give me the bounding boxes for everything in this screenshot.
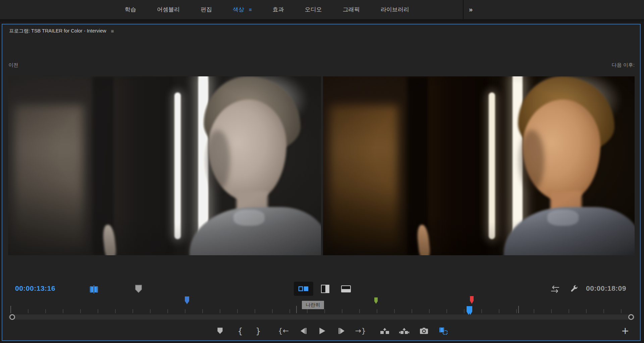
extract-button[interactable]	[396, 325, 412, 337]
tab-learning[interactable]: 학습	[125, 6, 136, 13]
workspace-tab-bar: 학습 어셈블리 편집 색상 ≡ 효과 오디오 그래픽 라이브러리 »	[0, 0, 644, 21]
horizontal-split-icon[interactable]	[338, 283, 354, 295]
tab-effects[interactable]: 효과	[273, 6, 284, 13]
after-label: 다음 이후:	[612, 62, 635, 68]
tab-editing[interactable]: 편집	[201, 6, 212, 13]
mark-out-button[interactable]: }	[251, 325, 266, 337]
add-marker-icon[interactable]	[131, 282, 146, 296]
tab-assembly[interactable]: 어셈블리	[157, 6, 180, 13]
go-to-in-button[interactable]: {←	[276, 325, 291, 337]
export-frame-button[interactable]	[416, 325, 432, 337]
panel-header: 프로그램: TSB TRAILER for Color - Interview …	[9, 26, 114, 35]
button-editor-add-button[interactable]: +	[618, 325, 633, 337]
timeline-marker-red[interactable]	[470, 296, 474, 304]
add-marker-button[interactable]	[212, 325, 228, 337]
timeline-marker-green[interactable]	[374, 297, 378, 304]
duration-timecode: 00:00:18:09	[586, 284, 626, 292]
step-forward-button[interactable]	[334, 325, 350, 337]
play-button[interactable]	[314, 325, 330, 337]
workspace-menu-icon[interactable]: ≡	[249, 7, 252, 12]
mark-in-button[interactable]: {	[232, 325, 248, 337]
tabbar-divider	[463, 0, 464, 19]
workspace-tabs: 학습 어셈블리 편집 색상 ≡ 효과 오디오 그래픽 라이브러리	[125, 0, 409, 19]
current-timecode[interactable]: 00:00:13:16	[15, 284, 55, 292]
panel-menu-icon[interactable]: ≡	[111, 28, 114, 34]
panel-title: 프로그램: TSB TRAILER for Color - Interview	[9, 28, 106, 34]
comparison-view-icon[interactable]	[86, 283, 102, 296]
timeline-ruler[interactable]	[8, 306, 634, 314]
tab-audio[interactable]: 오디오	[305, 6, 322, 13]
timeline-marker-blue[interactable]	[185, 296, 189, 304]
scrubber-bar[interactable]	[8, 315, 635, 320]
vertical-split-icon[interactable]	[317, 283, 333, 295]
tab-graphics[interactable]: 그래픽	[343, 6, 360, 13]
scrubber-handle-left[interactable]	[9, 314, 15, 320]
lift-button[interactable]	[377, 325, 392, 337]
tab-overflow-chevron-icon[interactable]: »	[469, 0, 473, 19]
before-label: 이전	[8, 62, 18, 68]
scrubber-handle-right[interactable]	[628, 314, 634, 320]
swap-sides-icon[interactable]	[548, 283, 562, 295]
tab-color[interactable]: 색상 ≡	[233, 6, 252, 13]
go-to-out-button[interactable]: →}	[353, 325, 368, 337]
video-frame-before	[8, 76, 321, 255]
side-by-side-icon[interactable]	[294, 282, 313, 296]
comparison-toggle-button[interactable]	[436, 325, 451, 337]
step-back-button[interactable]	[296, 325, 311, 337]
video-frame-after	[323, 76, 635, 255]
settings-wrench-icon[interactable]	[567, 282, 581, 295]
program-monitor-panel: 프로그램: TSB TRAILER for Color - Interview …	[2, 24, 641, 341]
tab-libraries[interactable]: 라이브러리	[381, 6, 409, 13]
